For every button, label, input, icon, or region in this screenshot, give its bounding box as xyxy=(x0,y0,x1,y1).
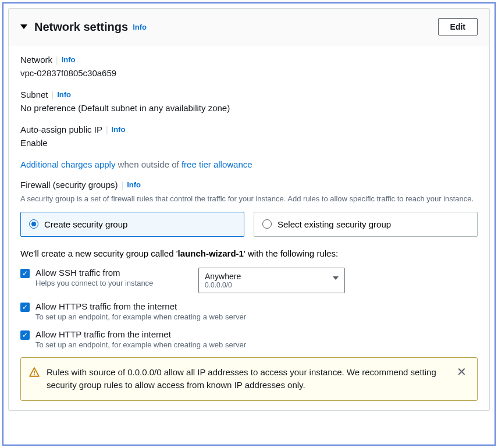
divider: | xyxy=(122,180,124,190)
subnet-info-link[interactable]: Info xyxy=(57,90,71,99)
allow-ssh-label: Allow SSH traffic from xyxy=(35,268,193,278)
free-tier-link[interactable]: free tier allowance xyxy=(182,159,252,169)
subnet-value: No preference (Default subnet in any ava… xyxy=(20,103,478,113)
warning-icon xyxy=(29,367,40,380)
radio-selected-icon xyxy=(29,219,38,229)
allow-http-checkbox[interactable]: ✓ xyxy=(20,330,30,340)
allow-https-sub: To set up an endpoint, for example when … xyxy=(35,312,478,321)
ssh-source-label: Anywhere xyxy=(205,272,339,281)
firewall-description: A security group is a set of firewall ru… xyxy=(20,193,478,205)
firewall-info-link[interactable]: Info xyxy=(127,180,141,189)
network-value: vpc-02837f0805c30a659 xyxy=(20,68,478,78)
divider: | xyxy=(56,55,58,65)
panel-body: Network | Info vpc-02837f0805c30a659 Sub… xyxy=(9,45,489,410)
subnet-label: Subnet xyxy=(20,90,48,99)
allow-ssh-sub: Helps you connect to your instance xyxy=(35,279,193,287)
select-existing-sg-radio[interactable]: Select existing security group xyxy=(254,212,478,237)
sg-name: launch-wizard-1 xyxy=(178,248,244,258)
allow-http-row: ✓ Allow HTTP traffic from the internet T… xyxy=(20,329,478,349)
collapse-caret-icon[interactable] xyxy=(20,24,27,29)
auto-ip-info-link[interactable]: Info xyxy=(112,125,126,134)
chevron-down-icon xyxy=(333,276,339,280)
allow-http-label: Allow HTTP traffic from the internet xyxy=(35,329,478,339)
network-settings-panel: Network settings Info Edit Network | Inf… xyxy=(8,8,490,411)
additional-charges-link[interactable]: Additional charges apply xyxy=(20,159,115,169)
security-group-note: We'll create a new security group called… xyxy=(20,248,478,258)
panel-header: Network settings Info Edit xyxy=(9,9,489,45)
create-security-group-radio[interactable]: Create security group xyxy=(20,212,244,237)
allow-http-sub: To set up an endpoint, for example when … xyxy=(35,340,478,349)
check-icon: ✓ xyxy=(22,332,28,339)
check-icon: ✓ xyxy=(22,304,28,311)
panel-title: Network settings xyxy=(34,20,128,34)
security-group-radio-group: Create security group Select existing se… xyxy=(20,212,478,237)
allow-https-checkbox[interactable]: ✓ xyxy=(20,303,30,312)
svg-rect-1 xyxy=(34,374,35,375)
allow-https-label: Allow HTTPS traffic from the internet xyxy=(35,301,478,311)
auto-assign-ip-field: Auto-assign public IP | Info Enable xyxy=(20,125,478,148)
subnet-field: Subnet | Info No preference (Default sub… xyxy=(20,90,478,113)
svg-rect-0 xyxy=(34,371,35,374)
auto-ip-label: Auto-assign public IP xyxy=(20,125,102,134)
ssh-source-sub: 0.0.0.0/0 xyxy=(205,281,339,289)
header-info-link[interactable]: Info xyxy=(133,23,147,31)
network-info-link[interactable]: Info xyxy=(62,55,76,64)
network-field: Network | Info vpc-02837f0805c30a659 xyxy=(20,55,478,78)
allow-https-row: ✓ Allow HTTPS traffic from the internet … xyxy=(20,301,478,321)
allow-ssh-row: ✓ Allow SSH traffic from Helps you conne… xyxy=(20,268,478,293)
firewall-section: Firewall (security groups) | Info A secu… xyxy=(20,180,478,237)
firewall-label: Firewall (security groups) xyxy=(20,180,118,190)
create-sg-label: Create security group xyxy=(44,219,127,229)
existing-sg-label: Select existing security group xyxy=(278,219,391,229)
warning-alert: Rules with source of 0.0.0.0/0 allow all… xyxy=(20,357,478,401)
allow-ssh-checkbox[interactable]: ✓ xyxy=(20,269,30,278)
warning-text: Rules with source of 0.0.0.0/0 allow all… xyxy=(47,366,447,392)
auto-ip-value: Enable xyxy=(20,138,478,148)
charges-mid-text: when outside of xyxy=(115,159,181,169)
close-icon[interactable]: ✕ xyxy=(454,366,469,378)
divider: | xyxy=(52,90,54,99)
check-icon: ✓ xyxy=(22,270,28,277)
ssh-source-select[interactable]: Anywhere 0.0.0.0/0 xyxy=(198,268,345,293)
divider: | xyxy=(106,125,108,134)
charges-notice: Additional charges apply when outside of… xyxy=(20,159,478,169)
network-label: Network xyxy=(20,55,52,65)
radio-unselected-icon xyxy=(262,219,272,229)
edit-button[interactable]: Edit xyxy=(438,18,478,35)
